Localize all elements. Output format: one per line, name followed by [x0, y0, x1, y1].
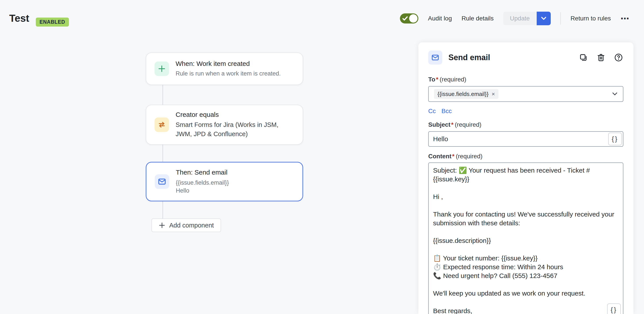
component-title: Creator equals	[176, 111, 294, 118]
required-star: *	[436, 76, 438, 83]
required-hint: (required)	[440, 76, 466, 83]
check-icon	[402, 16, 408, 21]
component-description: Smart Forms for Jira (Works in JSM, JWM,…	[176, 120, 294, 138]
trash-icon	[596, 53, 605, 62]
to-recipient-select[interactable]: {{issue.fields.email}} ×	[428, 86, 623, 102]
to-field-label: To*(required)	[428, 76, 623, 83]
send-email-config-panel: Send email	[418, 42, 634, 314]
duplicate-button[interactable]	[578, 53, 588, 62]
condition-card-text: Creator equals Smart Forms for Jira (Wor…	[176, 111, 294, 138]
condition-card-creator-equals[interactable]: Creator equals Smart Forms for Jira (Wor…	[146, 105, 303, 145]
content-textarea[interactable]: Subject: ✅ Your request has been receive…	[429, 163, 623, 314]
insert-smart-value-button[interactable]: {}	[608, 133, 622, 145]
rule-enabled-toggle[interactable]	[400, 14, 418, 24]
add-component-button[interactable]: Add component	[152, 218, 221, 232]
update-dropdown-button[interactable]	[537, 12, 551, 25]
required-hint: (required)	[455, 121, 481, 128]
panel-actions	[578, 53, 623, 62]
chevron-down-icon	[540, 16, 547, 20]
envelope-icon	[155, 174, 169, 189]
delete-button[interactable]	[596, 53, 606, 62]
toggle-knob	[409, 14, 418, 22]
swap-arrows-icon	[154, 118, 169, 132]
update-split-button: Update	[503, 12, 551, 25]
panel-header: Send email	[428, 50, 623, 66]
component-description: Rule is run when a work item is created.	[176, 70, 281, 78]
required-star: *	[452, 153, 454, 160]
field-label-text: Content	[428, 153, 452, 160]
help-icon	[614, 53, 623, 62]
duplicate-icon	[579, 53, 588, 62]
component-detail-line: Hello	[176, 187, 229, 194]
recipient-chip-label: {{issue.fields.email}}	[438, 91, 488, 98]
action-card-text: Then: Send email {{issue.fields.email}} …	[176, 169, 229, 194]
panel-title: Send email	[448, 53, 490, 62]
page-title: Test	[9, 12, 29, 24]
subject-input-wrap: {}	[428, 131, 623, 147]
toolbar: Audit log Rule details Update Return to …	[400, 12, 630, 26]
required-star: *	[451, 121, 454, 128]
field-label-text: To	[428, 76, 435, 83]
return-to-rules-button[interactable]: Return to rules	[570, 15, 611, 22]
trigger-card-text: When: Work item created Rule is run when…	[176, 60, 281, 78]
trigger-card-work-item-created[interactable]: When: Work item created Rule is run when…	[146, 52, 303, 85]
status-badge: ENABLED	[36, 18, 69, 26]
help-button[interactable]	[614, 53, 623, 62]
plus-icon	[159, 222, 165, 228]
required-hint: (required)	[456, 153, 482, 160]
recipient-chip[interactable]: {{issue.fields.email}} ×	[434, 89, 498, 99]
content-field-label: Content*(required)	[428, 153, 623, 160]
component-title: When: Work item created	[176, 60, 281, 68]
subject-input[interactable]	[429, 135, 608, 143]
more-actions-button[interactable]: ⋯	[620, 14, 630, 23]
bcc-link[interactable]: Bcc	[442, 108, 452, 114]
field-label-text: Subject	[428, 121, 450, 128]
update-button[interactable]: Update	[503, 12, 536, 25]
content-textarea-wrap: Subject: ✅ Your request has been receive…	[428, 162, 623, 314]
cc-bcc-links: Cc Bcc	[428, 108, 623, 114]
subject-field-label: Subject*(required)	[428, 121, 623, 128]
envelope-icon	[428, 50, 442, 64]
add-component-label: Add component	[169, 222, 214, 229]
rule-details-button[interactable]: Rule details	[462, 15, 494, 22]
plus-icon	[154, 62, 169, 76]
remove-chip-icon[interactable]: ×	[492, 91, 495, 97]
toolbar-divider	[560, 12, 561, 24]
cc-link[interactable]: Cc	[428, 108, 436, 114]
component-title: Then: Send email	[176, 169, 229, 176]
action-card-send-email[interactable]: Then: Send email {{issue.fields.email}} …	[146, 162, 303, 201]
chevron-down-icon	[612, 92, 618, 96]
insert-smart-value-button[interactable]: {}	[607, 304, 621, 314]
audit-log-button[interactable]: Audit log	[428, 15, 452, 22]
component-detail-line: {{issue.fields.email}}	[176, 179, 229, 187]
